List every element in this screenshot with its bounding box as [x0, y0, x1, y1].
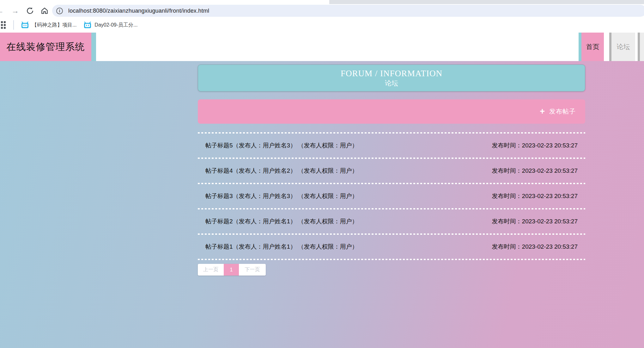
next-page-button[interactable]: 下一页 [239, 264, 266, 276]
bookmark-item-2[interactable]: Day02-09-员工分... [83, 22, 137, 28]
bookmark-label: 【码神之路】项目... [32, 22, 76, 28]
publish-bar: + 发布帖子 [198, 99, 585, 124]
logo-divider [91, 33, 96, 61]
bookmark-label: Day02-09-员工分... [94, 22, 137, 28]
prev-page-button[interactable]: 上一页 [198, 264, 224, 276]
post-title: 帖子标题2（发布人：用户姓名1） （发布人权限：用户） [205, 217, 358, 226]
post-title: 帖子标题1（发布人：用户姓名1） （发布人权限：用户） [205, 243, 358, 251]
site-header: 在线装修管理系统 首页 论坛 [0, 33, 644, 61]
dashed-divider [198, 259, 585, 260]
publish-post-button[interactable]: 发布帖子 [549, 107, 576, 116]
plus-icon: + [540, 107, 545, 116]
page-background: FORUM / INFORMATION 论坛 + 发布帖子 帖子标题5（发布人：… [0, 61, 644, 348]
reload-icon[interactable] [26, 7, 34, 15]
pagination: 上一页 1 下一页 [198, 264, 266, 276]
post-title: 帖子标题3（发布人：用户姓名3） （发布人权限：用户） [205, 192, 358, 200]
nav-item-forum[interactable]: 论坛 [611, 33, 635, 61]
site-title: 在线装修管理系统 [7, 40, 85, 53]
post-list: 帖子标题5（发布人：用户姓名3） （发布人权限：用户） 发布时间：2023-02… [198, 132, 585, 260]
nav-home-label: 首页 [586, 42, 599, 51]
post-time: 发布时间：2023-02-23 20:53:27 [492, 243, 578, 251]
page-info-icon[interactable]: i [56, 8, 63, 14]
bilibili-icon [83, 22, 92, 28]
content-container: FORUM / INFORMATION 论坛 + 发布帖子 帖子标题5（发布人：… [198, 61, 585, 276]
banner-title-en: FORUM / INFORMATION [198, 68, 585, 78]
page-number-1[interactable]: 1 [224, 264, 239, 276]
bookmark-separator [13, 20, 14, 30]
url-text[interactable]: localhost:8080/zaixianzhuangxiuguanli/fr… [68, 8, 209, 14]
bookmarks-bar: 【码神之路】项目... Day02-09-员工分... [0, 17, 644, 33]
address-bar[interactable]: i localhost:8080/zaixianzhuangxiuguanli/… [52, 5, 644, 17]
bookmark-item-1[interactable]: 【码神之路】项目... [21, 22, 76, 28]
nav-forum-label: 论坛 [617, 42, 630, 51]
forum-banner: FORUM / INFORMATION 论坛 [198, 65, 585, 91]
post-row[interactable]: 帖子标题4（发布人：用户姓名2） （发布人权限：用户） 发布时间：2023-02… [198, 159, 585, 183]
post-title: 帖子标题5（发布人：用户姓名3） （发布人权限：用户） [205, 141, 358, 150]
home-icon[interactable] [40, 7, 49, 15]
post-time: 发布时间：2023-02-23 20:53:27 [492, 217, 578, 226]
post-time: 发布时间：2023-02-23 20:53:27 [492, 192, 578, 200]
active-tab[interactable] [0, 0, 329, 4]
bilibili-icon [21, 22, 29, 28]
post-row[interactable]: 帖子标题1（发布人：用户姓名1） （发布人权限：用户） 发布时间：2023-02… [198, 235, 585, 259]
site-logo[interactable]: 在线装修管理系统 [0, 33, 91, 61]
nav-forum-accent [609, 33, 611, 61]
post-title: 帖子标题4（发布人：用户姓名2） （发布人权限：用户） [205, 167, 358, 175]
browser-window: ← → i localhost:8080/zaixianzhuangxiugua… [0, 0, 644, 348]
post-row[interactable]: 帖子标题3（发布人：用户姓名3） （发布人权限：用户） 发布时间：2023-02… [198, 184, 585, 208]
tab-curve [329, 0, 334, 4]
nav-item-partial[interactable] [640, 33, 644, 61]
post-time: 发布时间：2023-02-23 20:53:27 [492, 141, 578, 150]
back-icon[interactable]: ← [0, 5, 4, 16]
banner-title-cn: 论坛 [198, 78, 585, 88]
post-time: 发布时间：2023-02-23 20:53:27 [492, 167, 578, 175]
browser-toolbar: ← → i localhost:8080/zaixianzhuangxiugua… [0, 4, 644, 17]
post-row[interactable]: 帖子标题2（发布人：用户姓名1） （发布人权限：用户） 发布时间：2023-02… [198, 209, 585, 233]
post-row[interactable]: 帖子标题5（发布人：用户姓名3） （发布人权限：用户） 发布时间：2023-02… [198, 134, 585, 158]
nav-partial-accent [638, 33, 640, 61]
tab-strip [0, 0, 644, 4]
apps-grid-icon[interactable] [0, 21, 6, 29]
forward-icon[interactable]: → [11, 5, 19, 16]
nav-item-home[interactable]: 首页 [581, 33, 604, 61]
nav-home-accent [579, 33, 581, 61]
